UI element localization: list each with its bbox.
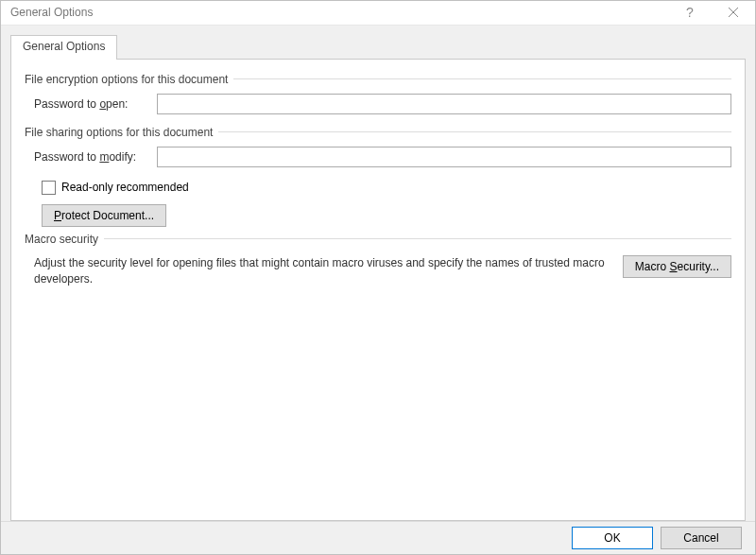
title-bar: General Options ? [1, 1, 755, 26]
section-macro-security: Macro security [25, 233, 731, 246]
ok-button[interactable]: OK [572, 527, 653, 549]
password-modify-input[interactable] [157, 147, 731, 167]
section-file-encryption: File encryption options for this documen… [25, 73, 731, 86]
password-open-label: Password to open: [34, 97, 157, 111]
dialog-footer: OK Cancel [1, 521, 755, 554]
macro-security-button[interactable]: Macro Security... [623, 255, 731, 278]
tab-general-options[interactable]: General Options [10, 35, 117, 60]
readonly-label: Read-only recommended [61, 181, 189, 194]
password-modify-label: Password to modify: [34, 150, 157, 164]
readonly-row: Read-only recommended [25, 181, 731, 195]
password-modify-row: Password to modify: [25, 147, 731, 167]
tab-panel: File encryption options for this documen… [10, 59, 746, 521]
cancel-button[interactable]: Cancel [661, 527, 742, 549]
password-open-input[interactable] [157, 94, 731, 114]
help-button[interactable]: ? [668, 1, 712, 25]
password-open-row: Password to open: [25, 94, 731, 114]
readonly-checkbox[interactable] [42, 181, 56, 195]
window-title: General Options [1, 6, 93, 19]
close-icon [728, 7, 739, 18]
protect-document-button[interactable]: Protect Document... [42, 204, 166, 227]
general-options-dialog: General Options ? General Options File e… [0, 0, 756, 555]
tab-strip: General Options [10, 35, 746, 60]
close-button[interactable] [712, 1, 755, 25]
section-file-sharing: File sharing options for this document [25, 126, 731, 139]
macro-row: Adjust the security level for opening fi… [25, 255, 731, 287]
macro-description: Adjust the security level for opening fi… [34, 255, 611, 287]
content-area: General Options File encryption options … [1, 26, 755, 521]
protect-row: Protect Document... [25, 204, 731, 227]
